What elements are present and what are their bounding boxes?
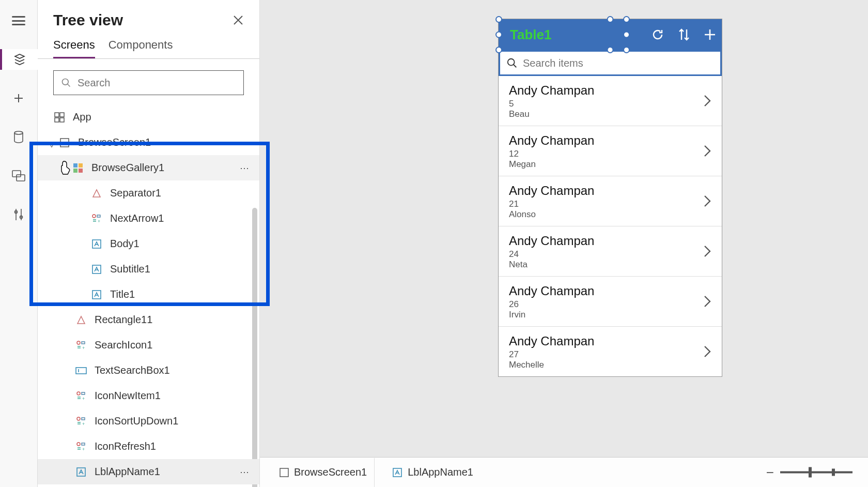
tree-lblappname1[interactable]: LblAppName1 ⋯ — [38, 459, 259, 484]
tree-item-label: Title1 — [110, 288, 250, 300]
tree-item-label: BrowseGallery1 — [91, 162, 240, 174]
tools-icon[interactable] — [8, 204, 29, 225]
svg-point-5 — [63, 79, 69, 85]
svg-rect-12 — [79, 163, 83, 168]
svg-rect-22 — [76, 368, 86, 374]
tree-iconrefresh1[interactable]: + IconRefresh1 — [38, 434, 259, 459]
chevron-right-icon[interactable] — [703, 345, 711, 358]
media-icon[interactable] — [8, 165, 29, 186]
zoom-slider[interactable] — [780, 471, 853, 474]
tree-item-label: NextArrow1 — [110, 212, 250, 224]
svg-rect-7 — [60, 113, 64, 117]
tree-body1[interactable]: Body1 — [38, 231, 259, 256]
list-item-subtitle: 21 — [509, 199, 712, 209]
tree-search-box[interactable] — [53, 70, 244, 95]
tree-subtitle1[interactable]: Subtitle1 — [38, 256, 259, 282]
search-items-box[interactable] — [499, 50, 722, 76]
gallery-icon — [72, 162, 84, 174]
tree-separator1[interactable]: Separator1 — [38, 180, 259, 206]
tree-item-label: TextSearchBox1 — [95, 364, 250, 376]
list-item-body: Megan — [509, 159, 712, 170]
list-item[interactable]: Andy Champan26Irvin — [499, 277, 722, 327]
shape-icon — [90, 187, 103, 200]
tree-item-more[interactable]: ⋯ — [240, 466, 250, 478]
chevron-down-icon[interactable]: ˬ — [47, 138, 56, 147]
group-icon: + — [75, 390, 87, 402]
list-item[interactable]: Andy Champan27Mechelle — [499, 327, 722, 376]
tree-item-label: App — [73, 111, 250, 123]
refresh-icon[interactable] — [650, 27, 665, 42]
list-item[interactable]: Andy Champan5Beau — [499, 76, 722, 126]
chevron-right-icon[interactable] — [703, 94, 711, 108]
chevron-right-icon[interactable] — [703, 144, 711, 158]
search-items-input[interactable] — [523, 57, 714, 69]
list-item-subtitle: 24 — [509, 249, 712, 260]
tree-item-label: SearchIcon1 — [95, 339, 250, 351]
tree-browsescreen[interactable]: ˬ BrowseScreen1 — [38, 130, 259, 155]
tree-item-more[interactable]: ⋯ — [240, 162, 250, 174]
list-item[interactable]: Andy Champan24Neta — [499, 226, 722, 277]
sort-icon[interactable] — [677, 27, 691, 42]
tree-nextarrow1[interactable]: + NextArrow1 — [38, 206, 259, 231]
chevron-right-icon[interactable] — [703, 245, 711, 258]
tree-item-label: IconNewItem1 — [95, 390, 250, 402]
data-icon[interactable] — [8, 127, 29, 147]
label-icon — [90, 288, 103, 301]
svg-text:+: + — [98, 219, 100, 224]
tree-item-label: Rectangle11 — [95, 314, 250, 326]
tree-item-label: Subtitle1 — [110, 263, 250, 275]
label-icon — [90, 263, 103, 276]
list-item-title: Andy Champan — [509, 133, 712, 148]
insert-icon[interactable] — [8, 88, 29, 109]
hamburger-menu[interactable] — [8, 10, 29, 31]
svg-point-30 — [508, 59, 515, 66]
add-icon[interactable] — [703, 28, 717, 41]
list-item[interactable]: Andy Champan12Megan — [499, 126, 722, 176]
tree-iconsortupdown1[interactable]: + IconSortUpDown1 — [38, 408, 259, 434]
svg-point-20 — [77, 341, 80, 344]
app-header[interactable]: Table1 — [499, 19, 722, 50]
shape-icon — [75, 314, 87, 326]
list-item-subtitle: 5 — [509, 99, 712, 109]
zoom-out-button[interactable]: − — [766, 464, 774, 480]
panel-title: Tree view — [53, 11, 123, 29]
tree-app[interactable]: App — [38, 104, 259, 130]
list-item-title: Andy Champan — [509, 334, 712, 348]
tree-item-label: IconRefresh1 — [95, 440, 250, 452]
list-item-subtitle: 27 — [509, 349, 712, 360]
svg-rect-13 — [73, 169, 78, 173]
chevron-right-icon[interactable] — [703, 295, 711, 308]
breadcrumb-screen[interactable]: BrowseScreen1 — [270, 463, 376, 481]
tree-browsegallery[interactable]: › BrowseGallery1 ⋯ — [38, 155, 259, 180]
screen-icon — [58, 136, 71, 149]
tree-iconnewitem1[interactable]: + IconNewItem1 — [38, 383, 259, 408]
list-item-title: Andy Champan — [509, 284, 712, 298]
tree-rectangle11[interactable]: Rectangle11 — [38, 307, 259, 332]
list-item-body: Neta — [509, 260, 712, 270]
close-panel-button[interactable] — [233, 14, 244, 26]
tree-textsearchbox1[interactable]: TextSearchBox1 — [38, 358, 259, 383]
list-item-title: Andy Champan — [509, 184, 712, 198]
tree-title1[interactable]: Title1 — [38, 282, 259, 307]
svg-rect-8 — [55, 118, 59, 122]
list-item-title: Andy Champan — [509, 83, 712, 98]
svg-text:+: + — [82, 345, 85, 351]
gallery-list[interactable]: Andy Champan5BeauAndy Champan12MeganAndy… — [499, 76, 722, 376]
list-item[interactable]: Andy Champan21Alonso — [499, 176, 722, 226]
svg-text:+: + — [82, 421, 85, 427]
tab-screens[interactable]: Screens — [53, 38, 95, 58]
tree-search-input[interactable] — [78, 77, 236, 89]
tree-view-icon[interactable] — [0, 49, 38, 70]
chevron-right-icon[interactable] — [703, 194, 711, 208]
label-icon — [392, 467, 402, 478]
tree-item-label: BrowseScreen1 — [78, 136, 250, 148]
svg-rect-9 — [60, 118, 64, 122]
svg-point-0 — [14, 131, 23, 134]
tab-components[interactable]: Components — [109, 38, 173, 58]
svg-rect-14 — [79, 169, 83, 173]
tree-searchicon1[interactable]: + SearchIcon1 — [38, 332, 259, 358]
svg-point-27 — [77, 443, 80, 446]
app-preview[interactable]: Table1 Andy Champan5BeauAndy Champan12Me… — [498, 19, 722, 377]
svg-text:+: + — [82, 396, 85, 401]
breadcrumb-control[interactable]: LblAppName1 — [383, 463, 483, 481]
